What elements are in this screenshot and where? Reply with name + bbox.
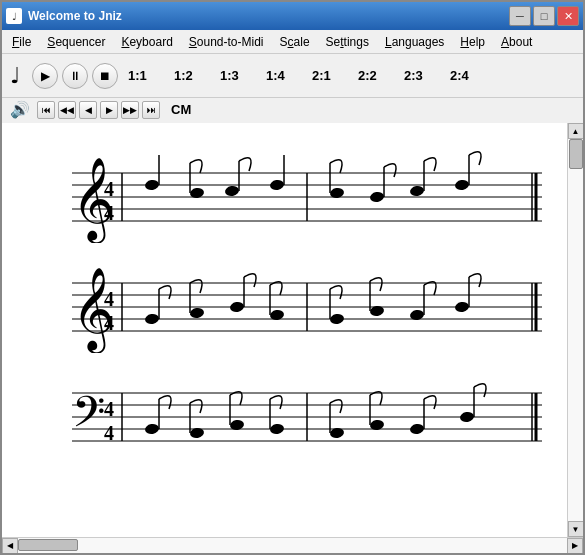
stop-button[interactable]: ⏹ xyxy=(92,63,118,89)
svg-text:𝄞: 𝄞 xyxy=(72,158,115,243)
nav-prev-bar[interactable]: ◀◀ xyxy=(58,101,76,119)
menu-sound-to-midi[interactable]: Sound-to-Midi xyxy=(181,30,272,53)
staff-2-treble: 𝄞 4 4 xyxy=(22,243,552,353)
time-2-2: 2:2 xyxy=(358,68,388,83)
svg-point-15 xyxy=(269,179,285,191)
svg-point-22 xyxy=(409,185,425,197)
maximize-button[interactable]: □ xyxy=(533,6,555,26)
svg-text:4: 4 xyxy=(104,288,114,310)
menu-about[interactable]: About xyxy=(493,30,540,53)
time-1-3: 1:3 xyxy=(220,68,250,83)
svg-point-71 xyxy=(269,423,285,435)
toolbar-row2: 🔊 ⏮ ◀◀ ◀ ▶ ▶▶ ⏭ CM xyxy=(2,98,583,123)
menu-languages[interactable]: Languages xyxy=(377,30,452,53)
minimize-button[interactable]: ─ xyxy=(509,6,531,26)
staff-container: 𝄞 4 4 xyxy=(2,123,567,473)
svg-point-52 xyxy=(454,301,470,313)
menu-sequencer[interactable]: Sequencer xyxy=(39,30,113,53)
menu-scale[interactable]: Scale xyxy=(272,30,318,53)
svg-point-65 xyxy=(144,423,160,435)
svg-text:4: 4 xyxy=(104,398,114,420)
nav-next[interactable]: ▶ xyxy=(100,101,118,119)
svg-point-20 xyxy=(369,191,385,203)
main-window: ♩ Welcome to Jniz ─ □ ✕ File Sequencer K… xyxy=(0,0,585,555)
svg-point-80 xyxy=(459,411,475,423)
svg-point-13 xyxy=(224,185,240,197)
svg-point-37 xyxy=(144,313,160,325)
scroll-up-arrow[interactable]: ▲ xyxy=(568,123,584,139)
title-bar: ♩ Welcome to Jniz ─ □ ✕ xyxy=(2,2,583,30)
time-2-1: 2:1 xyxy=(312,68,342,83)
menu-file[interactable]: File xyxy=(4,30,39,53)
scroll-track xyxy=(568,139,583,521)
hscroll-track xyxy=(18,538,567,553)
play-button[interactable]: ▶ xyxy=(32,63,58,89)
pause-button[interactable]: ⏸ xyxy=(62,63,88,89)
svg-text:4: 4 xyxy=(104,312,114,334)
note-icon: ♩ xyxy=(10,63,20,89)
hscroll-thumb[interactable] xyxy=(18,539,78,551)
menu-settings[interactable]: Settings xyxy=(318,30,377,53)
toolbar-row1: ♩ ▶ ⏸ ⏹ 1:1 1:2 1:3 1:4 2:1 2:2 2:3 2:4 xyxy=(2,54,583,98)
time-1-4: 1:4 xyxy=(266,68,296,83)
scroll-down-arrow[interactable]: ▼ xyxy=(568,521,584,537)
staff-1-treble: 𝄞 4 4 xyxy=(22,133,552,243)
svg-text:4: 4 xyxy=(104,422,114,444)
scroll-right-arrow[interactable]: ▶ xyxy=(567,538,583,554)
svg-text:𝄞: 𝄞 xyxy=(72,268,115,353)
menu-keyboard[interactable]: Keyboard xyxy=(113,30,180,53)
scroll-thumb[interactable] xyxy=(569,139,583,169)
svg-point-24 xyxy=(454,179,470,191)
time-2-4: 2:4 xyxy=(450,68,480,83)
svg-point-9 xyxy=(144,179,160,191)
menu-bar: File Sequencer Keyboard Sound-to-Midi Sc… xyxy=(2,30,583,54)
nav-first[interactable]: ⏮ xyxy=(37,101,55,119)
time-1-2: 1:2 xyxy=(174,68,204,83)
nav-next-bar[interactable]: ▶▶ xyxy=(121,101,139,119)
scroll-left-arrow[interactable]: ◀ xyxy=(2,538,18,554)
title-bar-buttons: ─ □ ✕ xyxy=(509,6,579,26)
svg-point-39 xyxy=(189,307,205,319)
time-2-3: 2:3 xyxy=(404,68,434,83)
close-button[interactable]: ✕ xyxy=(557,6,579,26)
svg-text:4: 4 xyxy=(104,202,114,224)
svg-point-78 xyxy=(409,423,425,435)
horizontal-scrollbar[interactable]: ◀ ▶ xyxy=(2,537,583,553)
app-icon: ♩ xyxy=(6,8,22,24)
svg-text:𝄢: 𝄢 xyxy=(72,389,105,446)
svg-point-46 xyxy=(329,313,345,325)
menu-help[interactable]: Help xyxy=(452,30,493,53)
main-scroll-area: 𝄞 4 4 xyxy=(2,123,567,537)
svg-text:4: 4 xyxy=(104,178,114,200)
svg-point-41 xyxy=(229,301,245,313)
key-display: CM xyxy=(171,102,191,117)
vertical-scrollbar[interactable]: ▲ ▼ xyxy=(567,123,583,537)
staff-3-bass: 𝄢 4 4 xyxy=(22,353,552,463)
window-title: Welcome to Jniz xyxy=(28,9,509,23)
nav-last[interactable]: ⏭ xyxy=(142,101,160,119)
volume-icon: 🔊 xyxy=(10,100,30,119)
position-display: 1:1 xyxy=(128,68,158,83)
content-area: 𝄞 4 4 xyxy=(2,123,583,537)
nav-prev[interactable]: ◀ xyxy=(79,101,97,119)
